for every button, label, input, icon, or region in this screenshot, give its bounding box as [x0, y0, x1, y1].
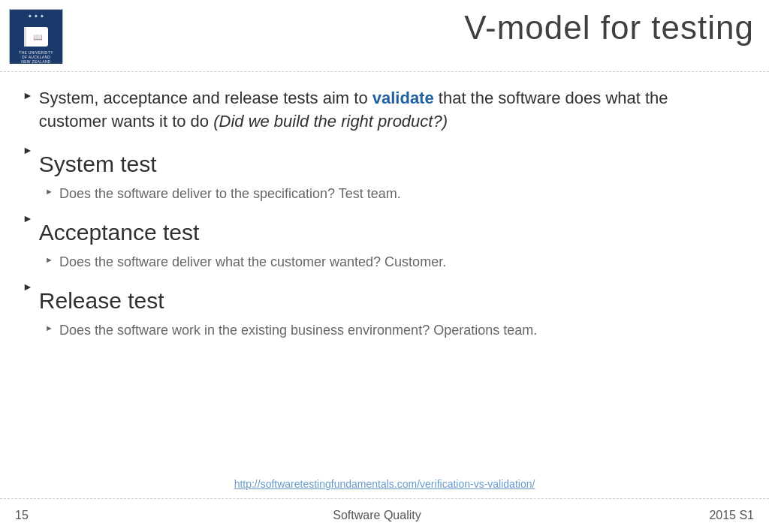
book-symbol: 📖	[33, 33, 42, 41]
footer-bar: 15 Software Quality 2015 S1	[0, 498, 769, 532]
reference-link[interactable]: http://softwaretestingfundamentals.com/v…	[234, 478, 535, 490]
system-test-sub-item: ► Does the software deliver to the speci…	[23, 185, 739, 203]
slide-header: ✦ ✦ ✦ 📖 THE UNIVERSITYOF AUCKLANDNEW ZEA…	[0, 0, 769, 72]
footer-link-area: http://softwaretestingfundamentals.com/v…	[0, 477, 769, 491]
release-test-section: ► Release test ► Does the software work …	[23, 275, 739, 340]
acceptance-test-arrow: ►	[23, 212, 33, 224]
star-icon-3: ✦	[40, 14, 44, 20]
system-test-heading: System test	[39, 152, 157, 177]
main-content: ► System, acceptance and release tests a…	[0, 72, 769, 350]
intro-paragraph: System, acceptance and release tests aim…	[39, 87, 739, 134]
system-test-sub-arrow: ►	[45, 187, 53, 196]
system-test-heading-item: ► System test	[23, 138, 739, 180]
system-test-sub-text: Does the software deliver to the specifi…	[59, 185, 401, 203]
logo-text: THE UNIVERSITYOF AUCKLANDNEW ZEALAND	[19, 50, 53, 64]
release-test-heading-item: ► Release test	[23, 275, 739, 317]
release-test-sub-item: ► Does the software work in the existing…	[23, 321, 739, 340]
validate-word: validate	[372, 89, 434, 107]
logo-box: ✦ ✦ ✦ 📖 THE UNIVERSITYOF AUCKLANDNEW ZEA…	[9, 9, 63, 63]
slide-title: V-model for testing	[464, 9, 754, 47]
footer-year: 2015 S1	[694, 509, 754, 522]
logo-top: ✦ ✦ ✦	[10, 10, 62, 23]
acceptance-test-sub-item: ► Does the software deliver what the cus…	[23, 253, 739, 272]
book-spine	[24, 27, 26, 47]
intro-text-before: System, acceptance and release tests aim…	[39, 89, 372, 107]
footer-course-name: Software Quality	[60, 509, 694, 522]
system-test-section: ► System test ► Does the software delive…	[23, 138, 739, 203]
intro-bullet-arrow: ►	[23, 89, 33, 101]
release-test-sub-arrow: ►	[45, 323, 53, 332]
release-test-heading: Release test	[39, 288, 164, 314]
logo-bottom: THE UNIVERSITYOF AUCKLANDNEW ZEALAND	[10, 50, 62, 64]
logo-middle: 📖	[10, 23, 62, 50]
star-icon-2: ✦	[34, 14, 38, 20]
university-logo: ✦ ✦ ✦ 📖 THE UNIVERSITYOF AUCKLANDNEW ZEA…	[9, 9, 65, 65]
acceptance-test-heading: Acceptance test	[39, 220, 199, 245]
release-test-sub-text: Does the software work in the existing b…	[59, 321, 537, 340]
book-icon: 📖	[24, 27, 48, 47]
acceptance-test-sub-text: Does the software deliver what the custo…	[59, 253, 446, 272]
star-icon-1: ✦	[28, 14, 32, 20]
acceptance-test-section: ► Acceptance test ► Does the software de…	[23, 206, 739, 272]
acceptance-test-heading-item: ► Acceptance test	[23, 206, 739, 248]
system-test-arrow: ►	[23, 144, 33, 156]
acceptance-test-sub-arrow: ►	[45, 255, 53, 264]
intro-bullet-item: ► System, acceptance and release tests a…	[23, 87, 739, 134]
footer-page-number: 15	[15, 509, 60, 522]
intro-italic: (Did we build the right product?)	[213, 112, 448, 131]
release-test-arrow: ►	[23, 281, 33, 293]
header-title-area: V-model for testing	[65, 9, 754, 53]
